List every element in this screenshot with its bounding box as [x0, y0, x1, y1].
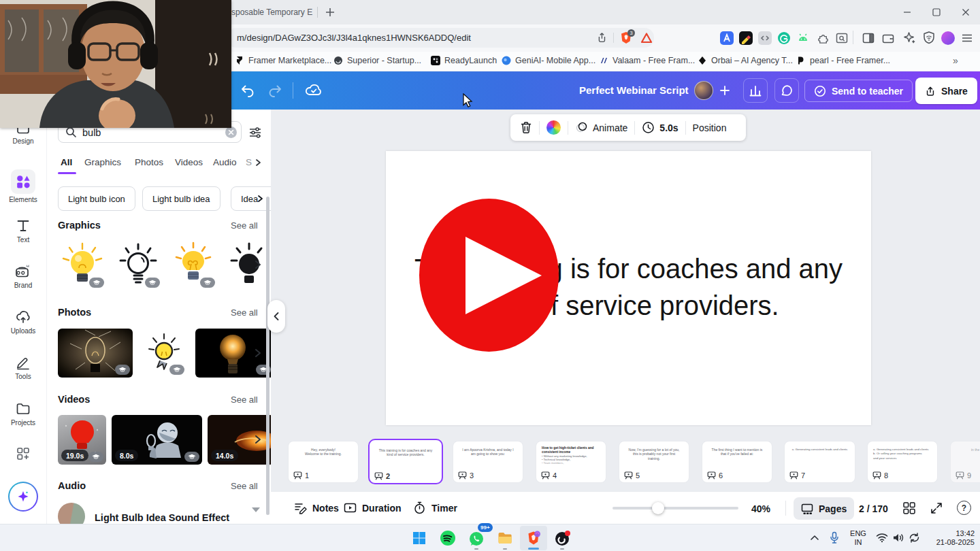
profile-avatar-button[interactable] — [941, 31, 955, 45]
bookmark-readylaunch[interactable]: ReadyLaunch — [431, 56, 497, 65]
chip-light-bulb-icon[interactable]: Light bulb icon — [58, 186, 135, 211]
design-title[interactable]: Perfect Webinar Script — [579, 84, 689, 96]
page-url[interactable]: m/design/DAGwZ3OJc3l/J3l4a1qknes1HWNSK6A… — [237, 33, 471, 43]
bookmark-orbai[interactable]: Orbai – AI Agency T... — [698, 56, 793, 65]
adblock-extension-button[interactable] — [640, 32, 653, 44]
search-input[interactable]: bulb — [82, 127, 101, 138]
bookmark-valaam[interactable]: Valaam - Free Fram... — [599, 56, 695, 65]
graphic-bulb-outline[interactable] — [114, 240, 163, 290]
tray-microphone-icon[interactable] — [830, 531, 839, 544]
page-thumbnail-5[interactable]: Now, I'm guessing for a lot of you, this… — [619, 441, 689, 483]
notes-button[interactable]: Notes — [294, 501, 339, 514]
zoom-slider-track[interactable] — [612, 507, 738, 510]
redo-button[interactable] — [267, 82, 283, 99]
search-clear-button[interactable] — [225, 127, 237, 138]
timer-button[interactable]: Timer — [413, 501, 457, 514]
videos-scroll-right-icon[interactable] — [252, 434, 263, 445]
sidebar-item-projects[interactable]: Projects — [0, 401, 46, 427]
panel-scrollbar[interactable] — [266, 197, 270, 515]
window-maximize-button[interactable] — [932, 8, 941, 16]
audio-track-title[interactable]: Light Bulb Idea Sound Effect — [95, 512, 229, 523]
taskbar-spotify-button[interactable] — [434, 526, 461, 550]
chip-idea[interactable]: Idea — [231, 186, 271, 211]
new-tab-button[interactable] — [324, 6, 336, 18]
extension-picker-button[interactable] — [739, 31, 753, 45]
send-to-teacher-button[interactable]: Send to teacher — [804, 80, 913, 102]
taskbar-start-button[interactable] — [406, 526, 433, 550]
add-collaborator-button[interactable] — [719, 84, 731, 97]
undo-button[interactable] — [240, 82, 256, 99]
tab-graphics[interactable]: Graphics — [84, 157, 121, 167]
pages-view-button[interactable]: Pages — [794, 497, 854, 520]
extensions-menu-button[interactable] — [816, 31, 830, 45]
comments-button[interactable] — [774, 78, 799, 103]
photos-scroll-right-icon[interactable] — [252, 348, 263, 358]
search-filters-button[interactable] — [248, 126, 262, 139]
page-thumbnail-2-selected[interactable]: This training is for coaches and any kin… — [368, 439, 443, 484]
audio-track-thumbnail[interactable] — [58, 503, 85, 524]
bookmark-superior[interactable]: Superior - Startup... — [333, 56, 421, 65]
chips-overflow-chevron-icon[interactable] — [255, 194, 265, 203]
taskbar-explorer-button[interactable] — [491, 526, 519, 550]
video-red-bulb[interactable]: 19.0s — [58, 415, 106, 465]
extension-android-button[interactable] — [796, 31, 810, 45]
graphic-bulb-flat[interactable] — [169, 240, 218, 290]
videos-see-all[interactable]: See all — [231, 395, 258, 405]
photo-doodle-bulb[interactable] — [141, 329, 187, 378]
audio-see-all[interactable]: See all — [231, 481, 258, 491]
canva-ai-button[interactable] — [8, 482, 38, 512]
collaborator-avatar[interactable] — [694, 81, 713, 100]
sidebar-item-text[interactable]: Text — [0, 218, 46, 244]
tray-clock[interactable]: 13:42 21-08-2025 — [927, 529, 975, 547]
tab-audio[interactable]: Audio — [213, 157, 237, 167]
page-thumbnail-7[interactable]: a. Generating consistent leads and clien… — [784, 441, 855, 483]
timing-button[interactable]: 5.0s — [642, 121, 678, 134]
vpn-button[interactable] — [922, 31, 936, 45]
browser-tab-title[interactable]: sposable Temporary E — [231, 7, 312, 17]
photos-see-all[interactable]: See all — [231, 307, 258, 318]
taskbar-whatsapp-button[interactable]: 99+ — [463, 526, 490, 550]
insights-button[interactable] — [743, 78, 768, 103]
share-page-button[interactable] — [595, 31, 608, 44]
color-wheel-button[interactable] — [546, 120, 561, 135]
grid-view-button[interactable] — [902, 501, 916, 515]
taskbar-brave-button[interactable] — [520, 526, 547, 550]
sidebar-item-elements[interactable]: Elements — [0, 169, 46, 203]
sidebar-item-uploads[interactable]: Uploads — [0, 309, 46, 335]
tray-chevron-up-icon[interactable] — [810, 534, 819, 541]
graphics-scroll-right-icon[interactable] — [252, 259, 263, 270]
tray-wifi-icon[interactable] — [876, 533, 888, 543]
extension-a-button[interactable] — [720, 31, 734, 45]
page-thumbnail-8[interactable]: a. Generating consistent leads and clien… — [867, 441, 938, 483]
design-page[interactable]: This training is for coaches and any kin… — [386, 151, 871, 425]
tab-all[interactable]: All — [61, 157, 72, 167]
sidebar-item-apps[interactable] — [0, 446, 46, 462]
window-minimize-button[interactable] — [903, 8, 911, 16]
video-robot[interactable]: 8.0s — [112, 415, 202, 465]
page-thumbnail-6[interactable]: The first thing I want to mention is tha… — [702, 441, 772, 483]
window-close-button[interactable] — [962, 8, 970, 16]
help-button[interactable]: ? — [957, 501, 971, 515]
address-field[interactable]: m/design/DAGwZ3OJc3l/J3l4a1qknes1HWNSK6A… — [227, 28, 654, 48]
animate-button[interactable]: Animate — [575, 121, 627, 134]
tab-shapes-partial[interactable]: S — [246, 157, 252, 167]
page-thumbnail-4[interactable]: How to get high-ticket clients and consi… — [536, 441, 606, 483]
sidebar-toggle-button[interactable] — [862, 31, 875, 45]
sidebar-item-brand[interactable]: Brand — [0, 263, 46, 289]
tab-videos[interactable]: Videos — [175, 157, 203, 167]
delete-button[interactable] — [520, 121, 532, 134]
extension-grammarly-button[interactable] — [777, 31, 791, 45]
bookmarks-overflow-button[interactable]: » — [953, 55, 958, 66]
graphics-see-all[interactable]: See all — [231, 220, 258, 231]
brave-shield-button[interactable]: 3 — [620, 31, 632, 44]
page-thumbnail-1[interactable]: Hey, everybody! Welcome to the training.… — [288, 441, 359, 483]
position-button[interactable]: Position — [693, 122, 727, 133]
bookmark-pearl[interactable]: pearl - Free Framer... — [796, 56, 890, 65]
search-tabs-button[interactable] — [835, 31, 849, 45]
extension-code-button[interactable] — [758, 31, 772, 45]
tab-photos[interactable]: Photos — [135, 157, 163, 167]
duration-button[interactable]: Duration — [344, 501, 402, 514]
chip-light-bulb-idea[interactable]: Light bulb idea — [142, 186, 220, 211]
sidebar-item-tools[interactable]: Tools — [0, 354, 46, 380]
panel-collapse-button[interactable] — [267, 300, 285, 333]
